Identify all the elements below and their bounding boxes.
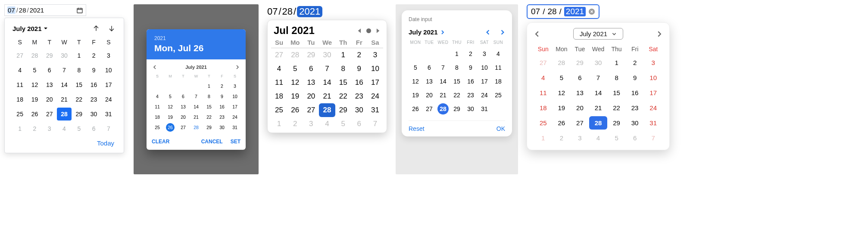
day-cell[interactable]: 14 [57, 78, 72, 91]
day-cell[interactable]: 1 [72, 49, 86, 62]
day-cell[interactable]: 23 [351, 90, 367, 103]
day-cell[interactable]: 6 [86, 122, 101, 135]
day-cell[interactable]: 16 [626, 86, 644, 99]
day-cell[interactable]: 15 [450, 76, 464, 87]
day-cell[interactable]: 12 [287, 76, 303, 90]
day-cell[interactable]: 9 [626, 71, 644, 84]
day-cell[interactable]: 3 [571, 131, 589, 145]
day-cell[interactable]: 10 [367, 62, 383, 76]
ok-button[interactable]: OK [496, 125, 505, 132]
day-cell[interactable]: 20 [177, 113, 190, 121]
day-cell[interactable]: 27 [177, 123, 190, 132]
month-year-select[interactable]: July 2021 [573, 28, 623, 40]
day-cell[interactable]: 22 [450, 90, 464, 101]
prev-month-button[interactable] [357, 28, 362, 34]
day-cell[interactable]: 23 [464, 90, 478, 101]
date-input-day[interactable]: 28 [547, 7, 556, 16]
clear-input-icon[interactable] [588, 8, 595, 15]
day-cell[interactable]: 4 [491, 48, 505, 59]
day-cell[interactable]: 26 [27, 108, 42, 121]
day-cell[interactable]: 18 [491, 76, 505, 87]
day-cell[interactable]: 14 [436, 76, 450, 87]
day-cell[interactable]: 17 [367, 76, 383, 90]
day-cell[interactable]: 20 [303, 90, 319, 103]
cancel-button[interactable]: CANCEL [201, 139, 223, 145]
day-cell[interactable]: 2 [215, 82, 228, 90]
date-input[interactable]: 07 / 28 / 2021 [267, 4, 387, 19]
day-cell[interactable]: 4 [271, 62, 287, 76]
day-cell[interactable]: 19 [27, 93, 42, 106]
day-cell[interactable]: 31 [478, 103, 491, 114]
day-cell[interactable]: 25 [491, 90, 505, 101]
day-cell[interactable]: 7 [101, 122, 116, 135]
day-cell[interactable]: 31 [644, 116, 662, 130]
prev-month-button[interactable] [485, 30, 490, 35]
day-cell[interactable]: 21 [589, 101, 608, 114]
day-cell[interactable]: 3 [101, 49, 116, 62]
day-cell[interactable]: 4 [534, 71, 553, 84]
next-month-button[interactable] [235, 65, 240, 69]
day-cell[interactable]: 26 [409, 103, 422, 114]
day-cell[interactable]: 1 [607, 56, 626, 69]
day-cell[interactable]: 25 [12, 108, 27, 121]
day-cell[interactable]: 15 [607, 86, 626, 99]
date-input[interactable]: 07 / 28 / 2021 [4, 4, 86, 16]
day-cell[interactable]: 15 [335, 76, 351, 90]
day-cell[interactable]: 17 [644, 86, 662, 99]
day-cell[interactable]: 13 [571, 86, 589, 99]
day-cell[interactable]: 28 [319, 103, 335, 117]
day-cell[interactable]: 14 [589, 86, 608, 99]
day-cell[interactable]: 7 [190, 92, 203, 101]
day-cell[interactable]: 5 [72, 122, 86, 135]
date-display[interactable]: Mon, Jul 26 [154, 43, 238, 53]
day-cell[interactable]: 3 [644, 56, 662, 69]
day-cell[interactable]: 4 [319, 117, 335, 131]
day-cell[interactable]: 18 [151, 113, 164, 121]
day-cell[interactable]: 7 [367, 117, 383, 131]
day-cell[interactable]: 11 [151, 102, 164, 111]
day-cell[interactable]: 12 [553, 86, 571, 99]
day-cell[interactable]: 21 [190, 113, 203, 121]
date-input-month[interactable]: 07 [7, 6, 16, 14]
day-cell[interactable]: 26 [553, 116, 571, 130]
day-cell[interactable]: 29 [303, 48, 319, 62]
day-cell[interactable]: 5 [164, 92, 177, 101]
date-input[interactable]: 07 / 28 / 2021 [527, 4, 599, 19]
day-cell[interactable]: 22 [203, 113, 215, 121]
day-cell[interactable]: 23 [215, 113, 228, 121]
day-cell[interactable]: 5 [335, 117, 351, 131]
day-cell[interactable]: 24 [228, 113, 241, 121]
day-cell[interactable]: 3 [367, 48, 383, 62]
day-cell[interactable]: 15 [72, 78, 86, 91]
day-cell[interactable]: 5 [27, 64, 42, 77]
day-cell[interactable]: 21 [436, 90, 450, 101]
day-cell[interactable]: 25 [151, 123, 164, 132]
day-cell[interactable]: 12 [409, 76, 422, 87]
day-cell[interactable]: 22 [72, 93, 86, 106]
day-cell[interactable]: 30 [319, 48, 335, 62]
day-cell[interactable]: 8 [450, 62, 464, 73]
day-cell[interactable]: 2 [27, 122, 42, 135]
day-cell[interactable]: 11 [12, 78, 27, 91]
day-cell[interactable]: 1 [335, 48, 351, 62]
day-cell[interactable]: 18 [534, 101, 553, 114]
day-cell[interactable]: 20 [571, 101, 589, 114]
day-cell[interactable]: 27 [303, 103, 319, 117]
day-cell[interactable]: 25 [271, 103, 287, 117]
day-cell[interactable]: 19 [287, 90, 303, 103]
day-cell[interactable]: 16 [86, 78, 101, 91]
day-cell[interactable]: 7 [644, 131, 662, 145]
day-cell[interactable]: 23 [626, 101, 644, 114]
day-cell[interactable]: 29 [203, 123, 215, 132]
day-cell[interactable]: 13 [303, 76, 319, 90]
clear-button[interactable]: CLEAR [152, 139, 169, 145]
day-cell[interactable]: 30 [351, 103, 367, 117]
day-cell[interactable]: 2 [86, 49, 101, 62]
day-cell[interactable]: 29 [335, 103, 351, 117]
day-cell[interactable]: 30 [86, 108, 101, 121]
day-cell[interactable]: 4 [589, 131, 608, 145]
day-cell[interactable]: 31 [101, 108, 116, 121]
day-cell[interactable]: 30 [464, 103, 478, 114]
day-cell[interactable]: 3 [478, 48, 491, 59]
prev-month-button[interactable] [534, 31, 540, 37]
